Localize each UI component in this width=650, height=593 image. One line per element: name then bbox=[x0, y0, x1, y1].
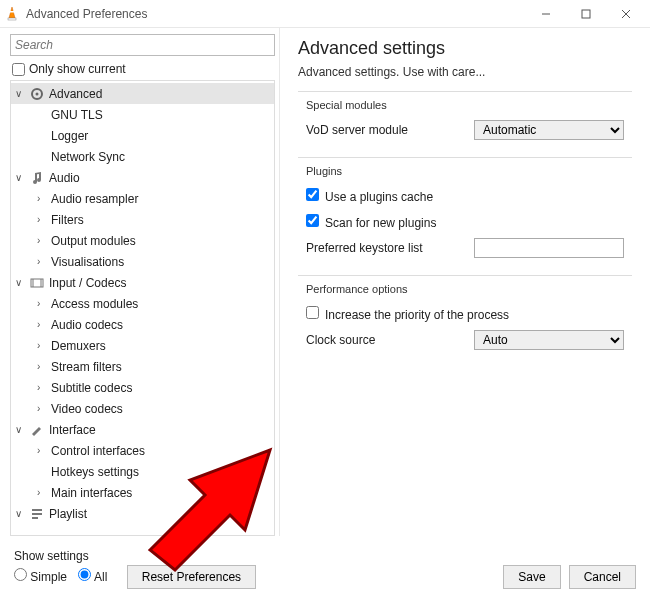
vod-server-select[interactable]: Automatic bbox=[474, 120, 624, 140]
codec-icon bbox=[29, 275, 45, 291]
tree-input-codecs[interactable]: ∨Input / Codecs bbox=[11, 272, 274, 293]
page-description: Advanced settings. Use with care... bbox=[298, 65, 632, 79]
window-title: Advanced Preferences bbox=[26, 7, 526, 21]
tree-main-interfaces[interactable]: ›Main interfaces bbox=[11, 482, 274, 503]
vod-label: VoD server module bbox=[306, 123, 474, 137]
show-settings-group: Show settings Simple All Reset Preferenc… bbox=[14, 549, 256, 589]
tree-audio[interactable]: ∨Audio bbox=[11, 167, 274, 188]
save-button[interactable]: Save bbox=[503, 565, 560, 589]
clock-source-select[interactable]: Auto bbox=[474, 330, 624, 350]
clock-label: Clock source bbox=[306, 333, 474, 347]
svg-rect-1 bbox=[10, 11, 14, 13]
titlebar: Advanced Preferences bbox=[0, 0, 650, 28]
section-special-modules: Special modules VoD server module Automa… bbox=[298, 91, 632, 153]
playlist-icon bbox=[29, 506, 45, 522]
reset-preferences-button[interactable]: Reset Preferences bbox=[127, 565, 256, 589]
section-title: Special modules bbox=[302, 99, 391, 111]
settings-panel: Advanced settings Advanced settings. Use… bbox=[280, 28, 650, 536]
tree-logger[interactable]: Logger bbox=[11, 125, 274, 146]
settings-tree[interactable]: ∨Advanced GNU TLS Logger Network Sync ∨A… bbox=[10, 80, 275, 536]
section-performance: Performance options Increase the priorit… bbox=[298, 275, 632, 363]
app-icon bbox=[4, 6, 20, 22]
increase-priority-checkbox[interactable]: Increase the priority of the process bbox=[306, 306, 509, 322]
keystore-label: Preferred keystore list bbox=[306, 241, 474, 255]
tree-filters[interactable]: ›Filters bbox=[11, 209, 274, 230]
svg-point-7 bbox=[36, 92, 39, 95]
left-panel: Only show current ∨Advanced GNU TLS Logg… bbox=[0, 28, 280, 536]
close-button[interactable] bbox=[606, 0, 646, 28]
gear-icon bbox=[29, 86, 45, 102]
tree-stream-filters[interactable]: ›Stream filters bbox=[11, 356, 274, 377]
minimize-button[interactable] bbox=[526, 0, 566, 28]
tree-access-modules[interactable]: ›Access modules bbox=[11, 293, 274, 314]
tree-subtitle-codecs[interactable]: ›Subtitle codecs bbox=[11, 377, 274, 398]
footer: Show settings Simple All Reset Preferenc… bbox=[0, 537, 650, 593]
only-show-current-label: Only show current bbox=[29, 62, 126, 76]
tree-gnu-tls[interactable]: GNU TLS bbox=[11, 104, 274, 125]
tree-network-sync[interactable]: Network Sync bbox=[11, 146, 274, 167]
use-plugins-cache-checkbox[interactable]: Use a plugins cache bbox=[306, 188, 433, 204]
tree-hotkeys-settings[interactable]: Hotkeys settings bbox=[11, 461, 274, 482]
keystore-input[interactable] bbox=[474, 238, 624, 258]
tree-video-codecs[interactable]: ›Video codecs bbox=[11, 398, 274, 419]
tree-control-interfaces[interactable]: ›Control interfaces bbox=[11, 440, 274, 461]
tree-interface[interactable]: ∨Interface bbox=[11, 419, 274, 440]
section-title: Plugins bbox=[302, 165, 346, 177]
tree-demuxers[interactable]: ›Demuxers bbox=[11, 335, 274, 356]
maximize-button[interactable] bbox=[566, 0, 606, 28]
section-title: Performance options bbox=[302, 283, 412, 295]
radio-simple[interactable]: Simple bbox=[14, 570, 67, 584]
tree-advanced[interactable]: ∨Advanced bbox=[11, 83, 274, 104]
tree-audio-codecs[interactable]: ›Audio codecs bbox=[11, 314, 274, 335]
svg-rect-3 bbox=[582, 10, 590, 18]
only-show-current-checkbox[interactable]: Only show current bbox=[12, 62, 275, 76]
tree-playlist[interactable]: ∨Playlist bbox=[11, 503, 274, 524]
radio-all[interactable]: All bbox=[78, 570, 107, 584]
cancel-button[interactable]: Cancel bbox=[569, 565, 636, 589]
search-input[interactable] bbox=[10, 34, 275, 56]
tree-output-modules[interactable]: ›Output modules bbox=[11, 230, 274, 251]
svg-rect-0 bbox=[8, 18, 16, 20]
brush-icon bbox=[29, 422, 45, 438]
tree-visualisations[interactable]: ›Visualisations bbox=[11, 251, 274, 272]
show-settings-label: Show settings bbox=[14, 549, 256, 563]
section-plugins: Plugins Use a plugins cache Scan for new… bbox=[298, 157, 632, 271]
page-title: Advanced settings bbox=[298, 38, 632, 59]
tree-audio-resampler[interactable]: ›Audio resampler bbox=[11, 188, 274, 209]
music-note-icon bbox=[29, 170, 45, 186]
scan-new-plugins-checkbox[interactable]: Scan for new plugins bbox=[306, 214, 436, 230]
